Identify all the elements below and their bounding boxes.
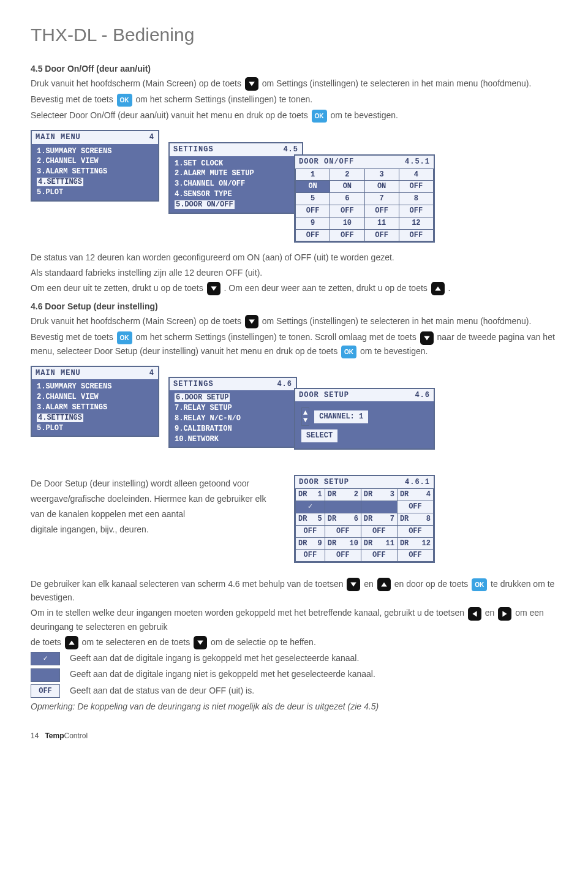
- cell: [361, 501, 397, 513]
- down-arrow-icon: [245, 315, 258, 328]
- lcd-title: MAIN MENU: [36, 132, 81, 143]
- text: Geeft aan dat de digitale ingang is geko…: [70, 653, 359, 663]
- down-arrow-icon: [347, 578, 360, 591]
- lcd-door-setup-461: DOOR SETUP4.6.1 DR1DR2DR3DR4✓ OFFDR5DR6D…: [294, 475, 435, 564]
- text: om het scherm Settings (instellingen) te…: [135, 332, 418, 342]
- svg-marker-3: [249, 320, 255, 324]
- indicator-blank-icon: [31, 668, 60, 682]
- menu-item: 2.CHANNEL VIEW: [37, 156, 153, 167]
- desc-46: De Door Setup (deur instelling) wordt al…: [31, 475, 276, 539]
- cell: DR3: [361, 489, 397, 501]
- cell: OFF: [397, 501, 433, 513]
- lcd-title: DOOR SETUP: [299, 390, 349, 401]
- s45-status1: De status van 12 deuren kan worden gecon…: [31, 251, 557, 264]
- down-arrow-icon: [245, 77, 258, 91]
- lcd-settings-46: SETTINGS4.6 6.DOOR SETUP 7.RELAY SETUP 8…: [168, 377, 297, 448]
- note: Opmerking: De koppeling van de deuringan…: [31, 701, 379, 711]
- cell: DR1: [296, 489, 325, 501]
- s45-line3: Selecteer Door On/Off (deur aan/uit) van…: [31, 109, 557, 123]
- s46-line1: Druk vanuit het hoofdscherm (Main Screen…: [31, 315, 557, 328]
- bottom-p2: Om in te stellen welke deur ingangen moe…: [31, 607, 557, 633]
- ok-button-icon: OK: [117, 94, 132, 107]
- s45-line1: Druk vanuit het hoofdscherm (Main Screen…: [31, 77, 557, 91]
- text: De gebruiker kan elk kanaal selecteren v…: [31, 579, 345, 589]
- up-arrow-icon: [377, 578, 391, 591]
- lcd-door-setup-46: DOOR SETUP4.6 ▲▼ CHANNEL: 1 SELECT: [294, 388, 435, 450]
- text: om Settings (instellingen) te selecteren…: [262, 316, 532, 326]
- menu-item: 5.DOOR ON/OFF: [175, 200, 297, 210]
- text: Om een deur uit te zetten, drukt u op de…: [31, 283, 206, 293]
- s45-line2: Bevestig met de toets OK om het scherm S…: [31, 93, 557, 107]
- s45-toggle: Om een deur uit te zetten, drukt u op de…: [31, 282, 557, 295]
- down-arrow-icon: [420, 331, 434, 345]
- cell: 12: [399, 217, 433, 229]
- svg-marker-1: [211, 287, 217, 291]
- page-number: 14: [31, 732, 39, 740]
- text: Druk vanuit het hoofdscherm (Main Screen…: [31, 78, 244, 88]
- screens-46: MAIN MENU4 1.SUMMARY SCREENS 2.CHANNEL V…: [31, 366, 557, 464]
- legend-2: Geeft aan dat de digitale ingang niet is…: [31, 668, 557, 681]
- cell: 8: [399, 193, 433, 205]
- footer: 14 TempControl: [31, 732, 557, 740]
- cell: OFF: [397, 525, 433, 537]
- cell: OFF: [296, 205, 330, 217]
- svg-marker-4: [424, 336, 430, 340]
- text: en: [485, 608, 497, 618]
- text: om Settings (instellingen) te selecteren…: [262, 78, 532, 88]
- text: om het scherm Settings (instellingen) te…: [135, 94, 312, 104]
- cell: 9: [296, 217, 330, 229]
- cell: [325, 501, 361, 513]
- cell: DR4: [397, 489, 433, 501]
- menu-item: 3.ALARM SETTINGS: [37, 167, 153, 177]
- screens-45: MAIN MENU4 1.SUMMARY SCREENS 2.CHANNEL V…: [31, 130, 557, 240]
- ok-button-icon: OK: [312, 110, 327, 123]
- menu-item: 9.CALIBRATION: [175, 424, 291, 434]
- menu-item: 4.SENSOR TYPE: [175, 189, 297, 200]
- lcd-num: 4.5.1: [405, 157, 430, 167]
- ok-button-icon: OK: [117, 331, 132, 344]
- ok-button-icon: OK: [341, 346, 356, 358]
- up-arrow-icon: [431, 282, 445, 295]
- cell: 7: [364, 193, 399, 205]
- up-arrow-icon: [65, 636, 78, 649]
- cell: DR2: [325, 489, 361, 501]
- svg-marker-5: [351, 583, 357, 587]
- cell: OFF: [296, 525, 325, 537]
- lcd-settings-45: SETTINGS4.5 1.SET CLOCK 2.ALARM MUTE SET…: [168, 142, 303, 214]
- lcd-title: DOOR ON/OFF: [299, 157, 354, 167]
- svg-marker-7: [472, 611, 477, 617]
- text: . Om een deur weer aan te zetten, drukt …: [224, 283, 430, 293]
- cell: 4: [399, 168, 433, 181]
- cell: DR11: [361, 537, 397, 550]
- cell: DR7: [361, 513, 397, 525]
- select-label: SELECT: [301, 429, 337, 442]
- lcd-title: SETTINGS: [173, 379, 214, 390]
- text: en door op de toets: [394, 579, 471, 589]
- cell: ON: [296, 181, 330, 193]
- svg-marker-2: [435, 287, 441, 291]
- cell: DR12: [397, 537, 433, 550]
- svg-marker-9: [69, 640, 75, 645]
- section-46-heading: 4.6 Door Setup (deur instelling): [31, 301, 557, 311]
- text: Geeft aan dat de status van de deur OFF …: [70, 686, 254, 695]
- text: Bevestig met de toets: [31, 332, 116, 342]
- section-45-heading: 4.5 Door On/Off (deur aan/uit): [31, 64, 557, 74]
- left-arrow-icon: [468, 607, 481, 621]
- menu-item: 3.ALARM SETTINGS: [37, 403, 153, 413]
- text: digitale ingangen, bijv., deuren.: [31, 523, 276, 536]
- cell: OFF: [361, 525, 397, 537]
- menu-item: 7.RELAY SETUP: [175, 403, 291, 414]
- menu-item: 5.PLOT: [37, 187, 153, 198]
- cell: 10: [330, 217, 364, 229]
- cell: 3: [364, 168, 399, 181]
- cell: OFF: [361, 550, 397, 562]
- menu-item: 4.SETTINGS: [37, 413, 153, 423]
- svg-marker-6: [381, 583, 387, 587]
- indicator-off-icon: OFF: [31, 684, 60, 698]
- lcd-title: MAIN MENU: [36, 368, 81, 379]
- svg-marker-8: [503, 611, 507, 617]
- cell: ✓: [296, 501, 325, 513]
- spinner-icon: ▲▼: [301, 407, 309, 426]
- menu-item: 1.SUMMARY SCREENS: [37, 382, 153, 392]
- lcd-title: DOOR SETUP: [299, 477, 349, 488]
